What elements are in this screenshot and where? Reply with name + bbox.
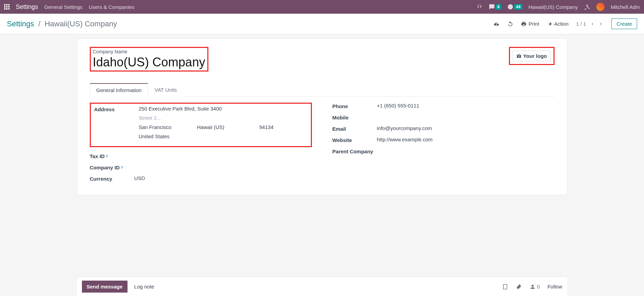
company-switcher[interactable]: Hawaii(US) Company — [528, 4, 578, 10]
logo-highlight: Your logo — [509, 47, 555, 65]
apps-menu-icon[interactable] — [4, 4, 10, 10]
tax-id-label: Tax ID? — [90, 153, 134, 159]
gear-icon — [547, 21, 552, 27]
activities-indicator[interactable]: 44 — [507, 4, 522, 10]
help-icon[interactable]: ? — [106, 154, 108, 158]
company-name-highlight: Company Name Idaho(US) Company — [90, 47, 208, 72]
city-field[interactable]: San Francisco — [139, 124, 180, 130]
user-name[interactable]: Mitchell Adm — [611, 4, 640, 10]
pager-prev-icon[interactable] — [590, 21, 595, 27]
camera-icon — [517, 54, 521, 59]
breadcrumb: Settings / Hawaii(US) Company — [7, 20, 117, 28]
phone-field[interactable]: +1 (650) 555-0111 — [377, 103, 555, 108]
pager-next-icon[interactable] — [598, 21, 604, 27]
zip-field[interactable]: 94134 — [259, 124, 301, 130]
discard-icon[interactable] — [507, 21, 513, 27]
tab-vat-units[interactable]: VAT Units — [148, 83, 183, 96]
currency-field[interactable]: USD — [134, 175, 312, 181]
nav-general-settings[interactable]: General Settings — [44, 4, 83, 10]
street-field[interactable]: 250 Executive Park Blvd, Suite 3400 — [139, 106, 307, 112]
country-field[interactable]: United States — [139, 133, 307, 139]
phone-label: Phone — [332, 103, 377, 109]
logo-upload[interactable]: Your logo — [513, 51, 551, 61]
print-button[interactable]: Print — [521, 21, 539, 27]
company-name-value[interactable]: Idaho(US) Company — [93, 55, 205, 69]
state-field[interactable]: Hawaii (US) — [197, 124, 238, 130]
parent-company-label: Parent Company — [332, 148, 387, 154]
cloud-upload-icon[interactable] — [494, 21, 500, 27]
company-id-label: Company ID? — [90, 164, 134, 170]
user-avatar[interactable] — [596, 3, 605, 11]
mobile-label: Mobile — [332, 114, 377, 120]
company-name-label: Company Name — [93, 49, 205, 54]
support-icon[interactable] — [476, 4, 483, 10]
action-button[interactable]: Action — [547, 21, 569, 27]
activities-count: 44 — [514, 4, 522, 10]
tab-general-information[interactable]: General Information — [90, 83, 148, 96]
website-label: Website — [332, 137, 377, 143]
breadcrumb-sep: / — [38, 20, 40, 28]
breadcrumb-current: Hawaii(US) Company — [45, 20, 117, 28]
chat-icon — [489, 4, 495, 10]
nav-users-companies[interactable]: Users & Companies — [89, 4, 134, 10]
breadcrumb-root[interactable]: Settings — [7, 20, 34, 28]
app-title: Settings — [16, 3, 38, 11]
logo-placeholder-text: Your logo — [523, 53, 547, 59]
create-button[interactable]: Create — [611, 18, 637, 29]
street2-field[interactable]: Street 2... — [139, 115, 307, 121]
messages-indicator[interactable]: 4 — [489, 4, 501, 10]
address-label: Address — [94, 106, 139, 112]
website-field[interactable]: http://www.example.com — [377, 137, 555, 142]
tools-icon[interactable] — [584, 4, 590, 10]
print-icon — [521, 21, 526, 27]
currency-label: Currency — [90, 175, 134, 182]
email-label: Email — [332, 125, 377, 132]
pager: 1 / 1 — [576, 21, 604, 27]
clock-icon — [507, 4, 513, 10]
help-icon[interactable]: ? — [121, 166, 123, 170]
print-label: Print — [528, 21, 539, 27]
messages-count: 4 — [496, 4, 501, 10]
pager-text: 1 / 1 — [576, 21, 586, 27]
action-label: Action — [554, 21, 569, 27]
email-field[interactable]: info@yourcompany.com — [377, 125, 555, 131]
address-highlight: Address 250 Executive Park Blvd, Suite 3… — [90, 103, 312, 147]
